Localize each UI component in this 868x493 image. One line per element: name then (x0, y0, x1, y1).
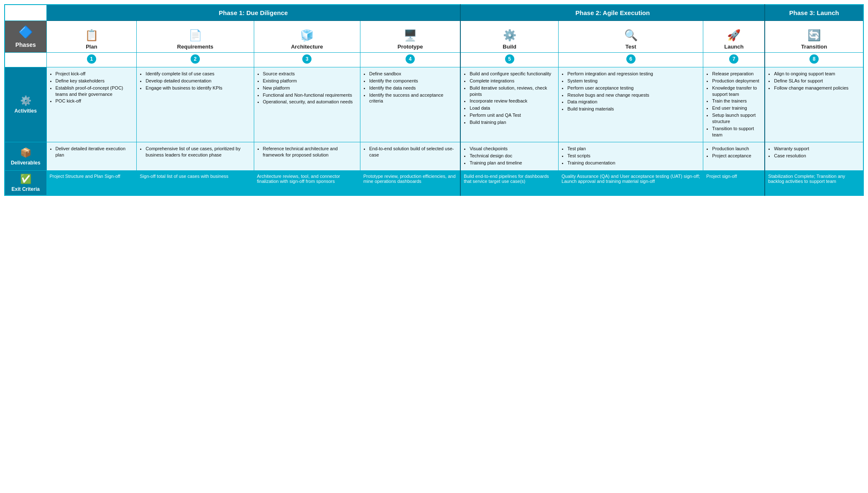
list-item: Warranty support (774, 146, 860, 152)
exit-test: Quality Assurance (QA) and User acceptan… (559, 170, 703, 195)
main-framework-table: Phase 1: Due Diligence Phase 2: Agile Ex… (4, 4, 864, 196)
list-item: Define SLAs for support (774, 78, 860, 84)
test-label: Test (560, 44, 701, 50)
subphase-prototype: 🖥️ Prototype (360, 21, 461, 53)
activities-test-list: Perform integration and regression testi… (562, 71, 700, 112)
transition-icon: 🔄 (767, 29, 861, 42)
deliverables-build-list: Visual checkpoints Technical design doc … (464, 146, 555, 166)
deliverables-plan-list: Deliver detailed iterative execution pla… (50, 146, 134, 158)
exit-prototype: Prototype review, production efficiencie… (360, 170, 461, 195)
list-item: Source extracts (263, 71, 357, 77)
list-item: Perform unit and QA Test (470, 112, 555, 118)
exit-launch: Project sign-off (703, 170, 765, 195)
exit-criteria-label-cell: ✅ Exit Criteria (5, 170, 46, 195)
badge-3: 3 (302, 54, 311, 64)
phase3-header: Phase 3: Launch (765, 5, 863, 21)
list-item: Load data (470, 105, 555, 111)
deliverables-icon: 📦 (7, 147, 45, 158)
list-item: Deliver detailed iterative execution pla… (56, 146, 134, 158)
transition-label: Transition (767, 44, 861, 50)
list-item: Technical design doc (470, 153, 555, 159)
badge-7: 7 (729, 54, 738, 64)
list-item: Build iterative solution, reviews, check… (470, 85, 555, 98)
list-item: Identify complete list of use cases (146, 71, 250, 77)
list-item: Production deployment (712, 78, 761, 84)
deliverables-architecture: Reference technical architecture and fra… (254, 142, 360, 171)
deliverables-row: 📦 Deliverables Deliver detailed iterativ… (5, 142, 863, 171)
phases-label-cell: 🔷 Phases (5, 21, 46, 53)
deliverables-prototype-list: End-to-end solution build of selected us… (363, 146, 457, 158)
activities-label-cell: ⚙️ Activities (5, 67, 46, 142)
list-item: Comprehensive list of use cases, priorit… (146, 146, 250, 158)
badge-8: 8 (809, 54, 819, 64)
subphase-build: ⚙️ Build (460, 21, 558, 53)
list-item: Build training plan (470, 119, 555, 126)
list-item: Align to ongoing support team (774, 71, 860, 77)
list-item: POC kick-off (56, 98, 134, 104)
activities-build-list: Build and configure specific functionali… (464, 71, 555, 126)
badge-5: 5 (505, 54, 514, 64)
list-item: Build and configure specific functionali… (470, 71, 555, 77)
exit-criteria-row: ✅ Exit Criteria Project Structure and Pl… (5, 170, 863, 195)
list-item: End-to-end solution build of selected us… (369, 146, 457, 158)
activities-transition-list: Align to ongoing support team Define SLA… (768, 71, 860, 91)
deliverables-architecture-list: Reference technical architecture and fra… (257, 146, 357, 158)
list-item: Existing platform (263, 78, 357, 84)
list-item: Project acceptance (712, 153, 761, 159)
subphase-launch: 🚀 Launch (703, 21, 765, 53)
subphase-architecture: 🧊 Architecture (254, 21, 360, 53)
list-item: End user training (712, 105, 761, 111)
badge-4: 4 (406, 54, 415, 64)
deliverables-prototype: End-to-end solution build of selected us… (360, 142, 461, 171)
subphase-plan: 📋 Plan (46, 21, 137, 53)
badge-1: 1 (87, 54, 96, 64)
test-icon: 🔍 (560, 29, 701, 42)
activities-requirements: Identify complete list of use cases Deve… (137, 67, 254, 142)
deliverables-requirements: Comprehensive list of use cases, priorit… (137, 142, 254, 171)
prototype-icon: 🖥️ (362, 29, 458, 42)
activities-icon: ⚙️ (7, 95, 45, 106)
list-item: Test plan (567, 146, 700, 152)
list-item: Functional and Non-functional requiremen… (263, 92, 357, 98)
activities-plan: Project kick-off Define key stakeholders… (46, 67, 137, 142)
deliverables-launch: Production launch Project acceptance (703, 142, 765, 171)
list-item: Incorporate review feedback (470, 98, 555, 104)
deliverables-transition-list: Warranty support Case resolution (768, 146, 860, 159)
badge-6: 6 (626, 54, 636, 64)
list-item: Perform user acceptance testing (567, 85, 700, 91)
list-item: Training documentation (567, 160, 700, 166)
badge-2: 2 (191, 54, 200, 64)
prototype-label: Prototype (362, 44, 458, 50)
activities-architecture-list: Source extracts Existing platform New pl… (257, 71, 357, 105)
exit-transition: Stabilization Complete; Transition any b… (765, 170, 863, 195)
list-item: Production launch (712, 146, 761, 152)
build-icon: ⚙️ (462, 29, 557, 42)
list-item: Transition to support team (712, 126, 761, 138)
list-item: Setup launch support structure (712, 112, 761, 125)
deliverables-requirements-list: Comprehensive list of use cases, priorit… (140, 146, 250, 158)
list-item: Data migration (567, 99, 700, 105)
activities-prototype-list: Define sandbox Identify the components I… (363, 71, 457, 104)
number-badges-row: 1 2 3 4 5 6 7 8 (5, 53, 863, 67)
exit-icon: ✅ (8, 174, 43, 185)
subphase-test: 🔍 Test (559, 21, 703, 53)
list-item: Identify the success and acceptance crit… (369, 92, 457, 105)
phases-label: Phases (15, 41, 36, 48)
deliverables-test: Test plan Test scripts Training document… (559, 142, 703, 171)
exit-plan: Project Structure and Plan Sign-off (46, 170, 137, 195)
launch-label: Launch (705, 44, 763, 50)
activities-launch: Release preparation Production deploymen… (703, 67, 765, 142)
list-item: System testing (567, 78, 700, 84)
activities-launch-list: Release preparation Production deploymen… (706, 71, 761, 138)
list-item: Training plan and timeline (470, 160, 555, 166)
list-item: Visual checkpoints (470, 146, 555, 152)
deliverables-build: Visual checkpoints Technical design doc … (460, 142, 558, 171)
activities-label: Activities (15, 108, 37, 114)
phase-header-row: Phase 1: Due Diligence Phase 2: Agile Ex… (5, 5, 863, 21)
exit-build: Build end-to-end pipelines for dashboard… (460, 170, 558, 195)
subphase-transition: 🔄 Transition (765, 21, 863, 53)
list-item: Reference technical architecture and fra… (263, 146, 357, 158)
phases-icon: 🔷 (7, 25, 45, 39)
list-item: Knowledge transfer to support team (712, 85, 761, 98)
list-item: New platform (263, 85, 357, 91)
